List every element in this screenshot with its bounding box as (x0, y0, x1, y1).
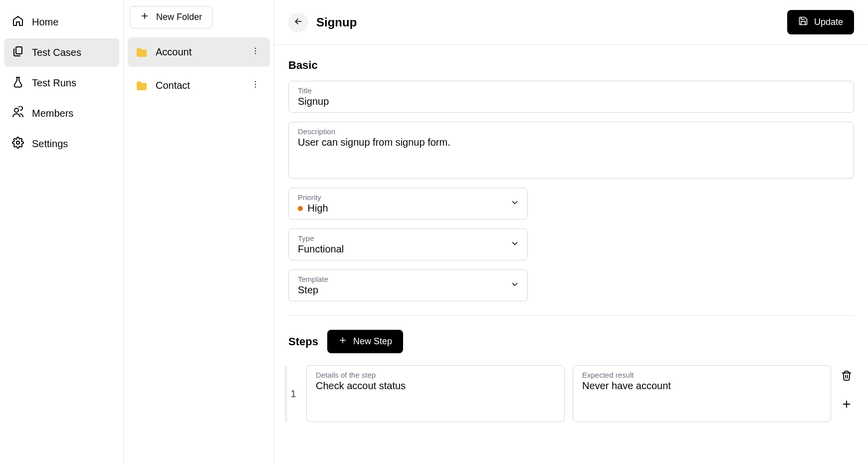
step-details-label: Details of the step (316, 371, 555, 379)
content-scroll[interactable]: Basic Title Description Priority High Ty… (274, 45, 868, 464)
priority-select[interactable]: Priority High (288, 188, 528, 220)
nav-item-members[interactable]: Members (4, 99, 119, 128)
settings-icon (12, 137, 24, 151)
description-label: Description (298, 127, 845, 136)
folder-panel: New Folder Account Contact (124, 0, 274, 464)
folder-label: Account (156, 46, 192, 58)
back-button[interactable] (288, 12, 308, 32)
save-icon (798, 16, 808, 28)
nav-item-label: Members (32, 108, 73, 119)
description-input[interactable] (298, 137, 845, 171)
nav-item-label: Test Cases (32, 47, 81, 58)
folder-label: Contact (156, 80, 190, 91)
title-input[interactable] (298, 96, 845, 107)
chevron-down-icon (510, 198, 519, 209)
plus-icon (140, 11, 149, 23)
step-actions (839, 365, 854, 422)
description-field[interactable]: Description (288, 122, 854, 179)
svg-point-8 (255, 86, 256, 87)
step-row: 1 Details of the step Expected result (288, 365, 854, 422)
new-folder-button[interactable]: New Folder (130, 6, 213, 28)
main-content: Signup Update Basic Title Description Pr… (274, 0, 868, 464)
page-title: Signup (316, 15, 357, 29)
priority-label: Priority (298, 193, 518, 202)
nav-item-label: Settings (32, 138, 68, 150)
step-expected-label: Expected result (582, 371, 822, 379)
folder-item-account[interactable]: Account (128, 37, 270, 67)
new-step-button[interactable]: New Step (327, 330, 403, 353)
nav-item-test-cases[interactable]: Test Cases (4, 38, 119, 67)
plus-icon (841, 404, 852, 411)
svg-point-3 (255, 48, 256, 49)
delete-step-button[interactable] (839, 368, 854, 385)
step-details-input[interactable] (316, 380, 555, 415)
nav-item-label: Home (32, 16, 58, 28)
template-label: Template (298, 275, 518, 283)
folder-menu-button[interactable] (249, 44, 262, 60)
folder-item-contact[interactable]: Contact (128, 71, 270, 100)
svg-point-7 (255, 84, 256, 85)
steps-header: Steps New Step (288, 330, 854, 353)
nav-item-settings[interactable]: Settings (4, 130, 119, 158)
plus-icon (338, 336, 347, 347)
svg-point-1 (14, 108, 18, 112)
type-value: Functional (298, 243, 518, 255)
section-divider (288, 315, 854, 316)
steps-section-title: Steps (288, 335, 318, 348)
priority-value: High (308, 203, 518, 214)
update-label: Update (814, 17, 843, 27)
folder-menu-button[interactable] (249, 78, 262, 93)
step-details-field[interactable]: Details of the step (306, 365, 565, 422)
step-expected-input[interactable] (582, 380, 822, 415)
svg-point-5 (255, 53, 256, 54)
home-icon (12, 15, 24, 29)
chevron-down-icon (510, 239, 519, 250)
nav-item-label: Test Runs (32, 77, 76, 89)
nav-item-home[interactable]: Home (4, 8, 119, 36)
arrow-left-icon (293, 16, 303, 28)
step-expected-field[interactable]: Expected result (573, 365, 831, 422)
main-header: Signup Update (274, 0, 868, 45)
svg-rect-0 (16, 47, 22, 54)
new-folder-label: New Folder (156, 12, 202, 22)
title-field[interactable]: Title (288, 81, 854, 113)
basic-section-title: Basic (288, 59, 854, 72)
test-runs-icon (12, 76, 24, 90)
svg-point-4 (255, 50, 256, 51)
template-select[interactable]: Template Step (288, 269, 528, 301)
type-label: Type (298, 234, 518, 242)
priority-dot-icon (298, 206, 303, 211)
folder-icon (136, 80, 148, 92)
nav-item-test-runs[interactable]: Test Runs (4, 69, 119, 97)
new-step-label: New Step (353, 336, 392, 347)
update-button[interactable]: Update (787, 10, 854, 34)
step-number: 1 (288, 365, 298, 422)
test-cases-icon (12, 45, 24, 60)
svg-point-2 (16, 141, 19, 144)
trash-icon (841, 375, 852, 383)
members-icon (12, 106, 24, 121)
svg-point-6 (255, 81, 256, 82)
sidebar-nav: Home Test Cases Test Runs Members Settin… (0, 0, 124, 464)
type-select[interactable]: Type Functional (288, 229, 528, 260)
folder-icon (136, 46, 148, 58)
title-label: Title (298, 86, 845, 95)
chevron-down-icon (510, 280, 519, 291)
template-value: Step (298, 284, 518, 296)
add-step-below-button[interactable] (839, 397, 854, 413)
